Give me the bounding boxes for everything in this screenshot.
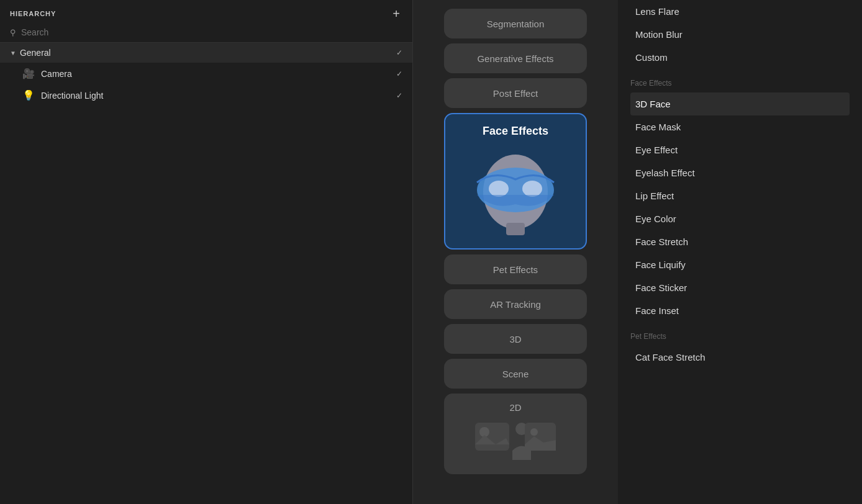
hierarchy-header: HIERARCHY + (0, 0, 412, 25)
card-scene[interactable]: Scene (444, 359, 587, 389)
right-item-face-mask[interactable]: Face Mask (630, 115, 850, 138)
svg-point-2 (477, 168, 554, 212)
right-item-3d-face[interactable]: 3D Face (630, 92, 850, 115)
light-icon: 💡 (22, 89, 35, 101)
card-ar-tracking-label: AR Tracking (490, 299, 541, 310)
svg-point-3 (489, 181, 509, 197)
right-item-eye-color[interactable]: Eye Color (630, 207, 850, 230)
face-effects-illustration (463, 145, 568, 238)
left-panel: HIERARCHY + ⚲ ▼ General ✓ 🎥 Camera ✓ 💡 D… (0, 0, 413, 504)
add-button[interactable]: + (390, 7, 402, 20)
tree-item-camera[interactable]: 🎥 Camera ✓ (0, 63, 412, 84)
card-generative-effects[interactable]: Generative Effects (444, 43, 587, 73)
svg-rect-5 (475, 423, 509, 451)
card-post-effect[interactable]: Post Effect (444, 78, 587, 108)
card-ar-tracking[interactable]: AR Tracking (444, 289, 587, 319)
check-icon-camera: ✓ (396, 70, 402, 78)
svg-point-9 (530, 428, 538, 436)
svg-point-4 (522, 181, 542, 197)
card-pet-effects-label: Pet Effects (493, 264, 538, 275)
right-item-face-stretch[interactable]: Face Stretch (630, 230, 850, 253)
right-item-face-liquify[interactable]: Face Liquify (630, 253, 850, 276)
card-3d-label: 3D (509, 334, 521, 344)
right-item-face-sticker[interactable]: Face Sticker (630, 276, 850, 299)
check-icon-general: ✓ (396, 48, 402, 57)
right-item-face-inset[interactable]: Face Inset (630, 299, 850, 322)
card-pet-effects[interactable]: Pet Effects (444, 254, 587, 284)
right-item-motion-blur[interactable]: Motion Blur (630, 23, 850, 46)
tree-group-general[interactable]: ▼ General ✓ (0, 42, 412, 63)
card-2d-illustration (472, 416, 559, 466)
card-segmentation-label: Segmentation (487, 19, 545, 29)
hierarchy-title: HIERARCHY (10, 10, 56, 17)
camera-label: Camera (41, 69, 72, 79)
right-section-face-effects: Face Effects (630, 69, 850, 92)
search-icon: ⚲ (10, 28, 16, 37)
card-3d[interactable]: 3D (444, 324, 587, 354)
right-item-cat-face-stretch[interactable]: Cat Face Stretch (630, 346, 850, 369)
camera-icon: 🎥 (22, 68, 35, 79)
middle-panel: Segmentation Generative Effects Post Eff… (413, 0, 618, 504)
card-face-effects-label: Face Effects (483, 125, 548, 138)
tree-section: ▼ General ✓ 🎥 Camera ✓ 💡 Directional Lig… (0, 42, 412, 504)
search-input[interactable] (21, 27, 402, 37)
svg-rect-1 (506, 223, 525, 235)
right-item-eyelash-effect[interactable]: Eyelash Effect (630, 161, 850, 184)
card-generative-effects-label: Generative Effects (477, 53, 553, 64)
cards-container: Segmentation Generative Effects Post Eff… (413, 0, 618, 483)
right-item-lip-effect[interactable]: Lip Effect (630, 184, 850, 207)
right-panel: Lens Flare Motion Blur Custom Face Effec… (618, 0, 862, 504)
card-post-effect-label: Post Effect (493, 88, 538, 99)
card-2d[interactable]: 2D (444, 394, 587, 474)
search-bar: ⚲ (0, 25, 412, 42)
card-2d-label: 2D (509, 402, 521, 413)
chevron-down-icon: ▼ (10, 50, 16, 56)
right-item-lens-flare[interactable]: Lens Flare (630, 0, 850, 23)
right-item-eye-effect[interactable]: Eye Effect (630, 138, 850, 161)
check-icon-light: ✓ (396, 91, 402, 100)
directional-light-label: Directional Light (41, 91, 103, 101)
card-scene-label: Scene (502, 369, 529, 379)
tree-item-directional-light[interactable]: 💡 Directional Light ✓ (0, 84, 412, 106)
right-section-pet-effects: Pet Effects (630, 322, 850, 346)
card-segmentation[interactable]: Segmentation (444, 9, 587, 38)
right-item-custom[interactable]: Custom (630, 46, 850, 69)
card-face-effects[interactable]: Face Effects (444, 113, 587, 250)
group-general-label: General (20, 48, 51, 58)
